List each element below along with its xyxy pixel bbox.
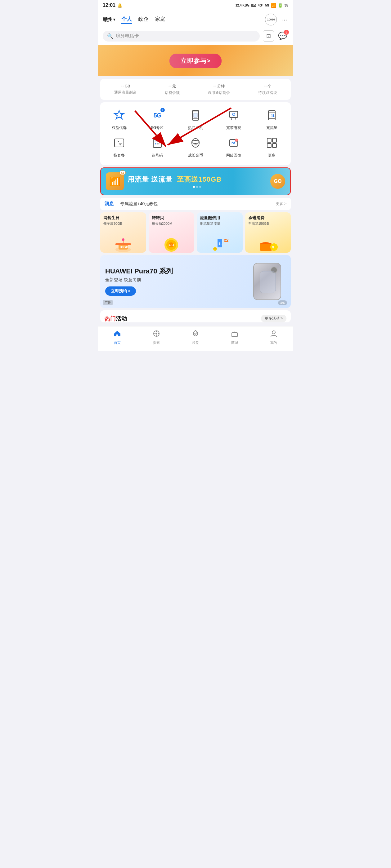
svg-rect-24 bbox=[267, 138, 271, 142]
netage-icon: ! bbox=[226, 135, 242, 151]
broadband-label: 宽带电视 bbox=[226, 125, 241, 130]
hot-activities-header: 热门活动 更多活动 > bbox=[105, 315, 286, 322]
icon-item-changeplan[interactable]: 换套餐 bbox=[100, 135, 138, 158]
status-sim-icon: 🔔 bbox=[117, 3, 122, 8]
svg-text:x2: x2 bbox=[224, 238, 229, 243]
svg-point-14 bbox=[155, 143, 157, 145]
hd-icon: HD bbox=[251, 4, 256, 7]
mini-card-flowdouble-img: 1Lx2 bbox=[197, 227, 243, 253]
search-placeholder: 境外电话卡 bbox=[116, 33, 139, 39]
promo-banner[interactable]: x2 📶 用流量 送流量 至高送150GB GO bbox=[100, 167, 291, 195]
broadband-icon bbox=[226, 107, 242, 123]
bottom-nav-benefits[interactable]: 权益 bbox=[176, 330, 215, 345]
search-input-wrap[interactable]: 🔍 境外电话卡 bbox=[103, 31, 260, 41]
hot-activities-more-button[interactable]: 更多活动 > bbox=[261, 315, 286, 322]
svg-point-16 bbox=[158, 143, 160, 145]
choosenumber-label: 选号码 bbox=[152, 153, 163, 158]
coins-icon: M bbox=[188, 135, 203, 151]
huawei-phone-image bbox=[249, 261, 286, 302]
icon-row-2: 换套餐 选号码 M 成长金币 ! 网龄回馈 bbox=[100, 135, 291, 158]
benefits-label: 权益优选 bbox=[112, 125, 127, 130]
message-button[interactable]: 💬 5 bbox=[277, 30, 288, 41]
hot-title-black: 活动 bbox=[116, 316, 127, 322]
nav-enterprise[interactable]: 政企 bbox=[138, 16, 149, 24]
explore-icon bbox=[152, 330, 161, 339]
search-icon: 🔍 bbox=[107, 33, 113, 39]
profile-icon bbox=[270, 330, 278, 339]
changeplan-label: 换套餐 bbox=[114, 153, 125, 158]
benefits-nav-label: 权益 bbox=[192, 340, 199, 345]
mini-card-flowdouble[interactable]: 流量翻倍用 用流量送流量 1Lx2 bbox=[197, 212, 243, 253]
header-nav: 个人 政企 家庭 bbox=[121, 16, 265, 24]
icon-item-benefits[interactable]: 权益优选 bbox=[100, 107, 138, 130]
promo-dots bbox=[128, 186, 267, 188]
svg-text:1L: 1L bbox=[218, 242, 223, 246]
top-banner[interactable]: 立即参与> bbox=[98, 45, 293, 76]
huawei-ad-text: HUAWEI Pura70 系列 全新登场 锐意向前 立即预约 > bbox=[105, 267, 246, 296]
svg-point-52 bbox=[156, 333, 157, 335]
nav-family[interactable]: 家庭 bbox=[155, 16, 165, 24]
huawei-ad-title: HUAWEI Pura70 系列 bbox=[105, 267, 246, 275]
icon-item-more[interactable]: 更多 bbox=[253, 135, 291, 158]
shop-nav-label: 商城 bbox=[231, 340, 238, 345]
svg-rect-4 bbox=[194, 113, 197, 118]
status-bar: 12:01 🔔 12.4 KB/s HD 4G⁺ 5G 📶 🔋 35 bbox=[98, 0, 293, 10]
banner-participate-button[interactable]: 立即参与> bbox=[169, 54, 222, 68]
5g-label: 5G专区 bbox=[151, 125, 164, 130]
promo-highlight: 至高送150GB bbox=[177, 176, 222, 183]
message-bar[interactable]: 消息 | 专属流量+40元券包 更多 > bbox=[100, 198, 291, 210]
location-selector[interactable]: 赣州 ▾ bbox=[103, 17, 115, 23]
mini-card-transfer[interactable]: 转转贝 每天抽2000M GO bbox=[149, 212, 195, 253]
huawei-ad-reserve-button[interactable]: 立即预约 > bbox=[105, 286, 136, 296]
mini-card-birthday[interactable]: 网龄生日 领至高30GB 30GB bbox=[100, 212, 146, 253]
bottom-nav-shop[interactable]: 商城 bbox=[215, 330, 254, 345]
svg-rect-13 bbox=[155, 140, 160, 142]
home-icon bbox=[113, 330, 121, 339]
phone-icon bbox=[188, 107, 203, 123]
hotline-button[interactable]: 10086 bbox=[265, 13, 277, 25]
mini-card-birthday-title: 网龄生日 bbox=[103, 215, 143, 221]
huawei-ad-banner[interactable]: HUAWEI Pura70 系列 全新登场 锐意向前 立即预约 > 广告 4/6 bbox=[100, 255, 291, 308]
icon-item-5g[interactable]: 5G + 5G专区 bbox=[138, 107, 176, 130]
message-label: 消息 bbox=[105, 201, 114, 207]
nav-personal[interactable]: 个人 bbox=[121, 16, 132, 24]
flow-icon: 📶 bbox=[110, 176, 120, 187]
profile-nav-label: 我的 bbox=[270, 340, 277, 345]
promo-go-button[interactable]: GO bbox=[270, 174, 285, 189]
scan-button[interactable]: ⊡ bbox=[263, 30, 274, 41]
svg-rect-57 bbox=[232, 333, 238, 337]
mini-card-transfer-subtitle: 每天抽2000M bbox=[152, 221, 192, 226]
battery-icon: 🔋 bbox=[278, 3, 283, 8]
bottom-nav-profile[interactable]: 我的 bbox=[254, 330, 293, 345]
phone-label: 热门手机 bbox=[188, 125, 203, 130]
mini-card-flowdouble-title: 流量翻倍用 bbox=[200, 215, 240, 221]
status-right: 12.4 KB/s HD 4G⁺ 5G 📶 🔋 35 bbox=[235, 3, 288, 8]
more-icon bbox=[264, 135, 280, 151]
huawei-ad-subtitle: 全新登场 锐意向前 bbox=[105, 277, 246, 283]
svg-rect-26 bbox=[267, 144, 271, 148]
icon-row-1: 权益优选 5G + 5G专区 热门手机 宽带电视 bbox=[100, 107, 291, 130]
message-more-button[interactable]: 更多 > bbox=[276, 201, 286, 207]
icon-item-broadband[interactable]: 宽带电视 bbox=[215, 107, 253, 130]
svg-point-35 bbox=[122, 238, 124, 241]
more-menu-button[interactable]: ··· bbox=[281, 16, 288, 23]
mini-card-promise[interactable]: 承诺消费 至高送150GB ¥ bbox=[245, 212, 291, 253]
icon-item-topup[interactable]: 1L 充流量 bbox=[253, 107, 291, 130]
icon-item-phone[interactable]: 热门手机 bbox=[176, 107, 215, 130]
mini-card-promise-img: ¥ bbox=[245, 227, 291, 253]
svg-text:M: M bbox=[194, 142, 197, 146]
mini-card-transfer-img: GO bbox=[149, 227, 195, 253]
mini-card-birthday-subtitle: 领至高30GB bbox=[103, 221, 143, 226]
topup-label: 充流量 bbox=[266, 125, 277, 130]
bottom-nav-explore[interactable]: 探索 bbox=[137, 330, 176, 345]
netage-label: 网龄回馈 bbox=[226, 153, 241, 158]
icon-item-choosenumber[interactable]: 选号码 bbox=[138, 135, 176, 158]
hotline-text: 10086 bbox=[267, 18, 275, 21]
icon-item-netage[interactable]: ! 网龄回馈 bbox=[215, 135, 253, 158]
location-text: 赣州 bbox=[103, 17, 113, 23]
bottom-nav-home[interactable]: 首页 bbox=[98, 330, 137, 345]
5g-icon: 5G + bbox=[149, 107, 165, 123]
svg-rect-50 bbox=[260, 271, 276, 293]
icon-item-coins[interactable]: M 成长金币 bbox=[176, 135, 215, 158]
more-label: 更多 bbox=[268, 153, 276, 158]
